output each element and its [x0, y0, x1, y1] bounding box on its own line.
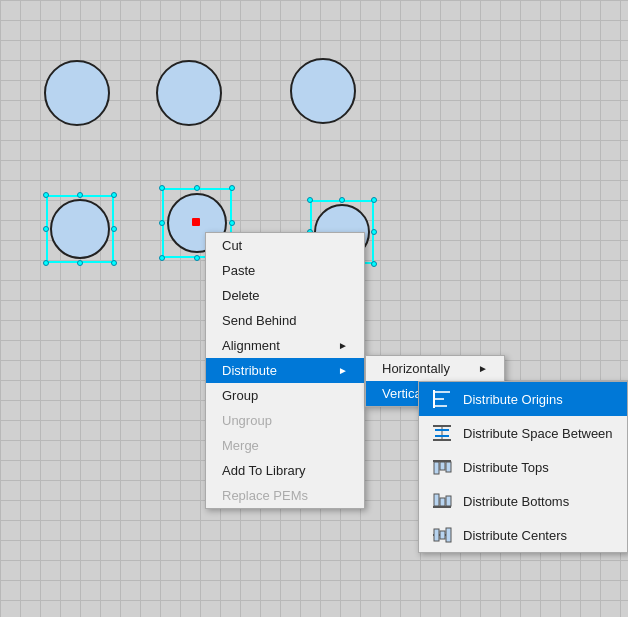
svg-rect-3 [433, 390, 435, 408]
canvas: Cut Paste Delete Send Behind Alignment ►… [0, 0, 628, 617]
svg-rect-22 [446, 528, 451, 542]
menu-cut[interactable]: Cut [206, 233, 364, 258]
svg-rect-4 [433, 425, 451, 427]
menu-merge: Merge [206, 433, 364, 458]
svg-rect-14 [446, 462, 451, 472]
menu-paste[interactable]: Paste [206, 258, 364, 283]
dist-centers-icon [431, 524, 453, 546]
svg-rect-0 [434, 391, 450, 393]
circle-3[interactable] [290, 58, 356, 124]
menu-add-library[interactable]: Add To Library [206, 458, 364, 483]
dist-bottoms-icon [431, 490, 453, 512]
dist-space-icon [431, 422, 453, 444]
svg-rect-2 [434, 405, 447, 407]
dist-origins-icon [431, 388, 453, 410]
menu-send-behind[interactable]: Send Behind [206, 308, 364, 333]
alignment-arrow-icon: ► [338, 340, 348, 351]
svg-rect-18 [446, 496, 451, 506]
circle-1[interactable] [44, 60, 110, 126]
svg-rect-20 [434, 529, 439, 541]
menu-distribute-space-between[interactable]: Distribute Space Between [419, 416, 627, 450]
horizontally-arrow-icon: ► [478, 363, 488, 374]
circle-2[interactable] [156, 60, 222, 126]
menu-distribute-bottoms[interactable]: Distribute Bottoms [419, 484, 627, 518]
menu-distribute[interactable]: Distribute ► [206, 358, 364, 383]
svg-rect-1 [434, 398, 444, 400]
svg-rect-17 [440, 498, 445, 506]
svg-rect-7 [435, 435, 449, 437]
menu-distribute-origins[interactable]: Distribute Origins [419, 382, 627, 416]
distribute-arrow-icon: ► [338, 365, 348, 376]
menu-replace-pems: Replace PEMs [206, 483, 364, 508]
context-menu: Cut Paste Delete Send Behind Alignment ►… [205, 232, 365, 509]
svg-rect-12 [434, 462, 439, 474]
svg-rect-13 [440, 462, 445, 470]
menu-group[interactable]: Group [206, 383, 364, 408]
svg-rect-21 [440, 531, 445, 539]
svg-rect-6 [435, 429, 449, 431]
menu-distribute-tops[interactable]: Distribute Tops [419, 450, 627, 484]
menu-delete[interactable]: Delete [206, 283, 364, 308]
menu-alignment[interactable]: Alignment ► [206, 333, 364, 358]
svg-rect-5 [433, 439, 451, 441]
submenu-vertically: Distribute Origins Distribute Space Betw… [418, 381, 628, 553]
dist-tops-icon [431, 456, 453, 478]
svg-rect-16 [434, 494, 439, 506]
menu-horizontally[interactable]: Horizontally ► [366, 356, 504, 381]
menu-distribute-centers[interactable]: Distribute Centers [419, 518, 627, 552]
menu-ungroup: Ungroup [206, 408, 364, 433]
